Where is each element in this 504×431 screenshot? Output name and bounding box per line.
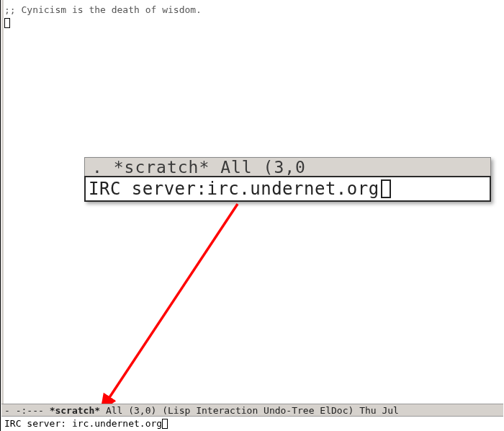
- modeline-flags: - -:---: [4, 405, 50, 416]
- modeline-spacer: [100, 405, 106, 416]
- scratch-comment-line: ;; Cynicism is the death of wisdom.: [4, 4, 202, 15]
- cursor-icon: [162, 419, 168, 429]
- svg-line-0: [102, 204, 238, 409]
- minibuffer-input-value[interactable]: irc.undernet.org: [72, 418, 162, 429]
- scratch-buffer[interactable]: ;; Cynicism is the death of wisdom.: [4, 4, 503, 28]
- zoom-value: irc.undernet.org: [207, 177, 379, 200]
- zoom-minibuffer: IRC server: irc.undernet.org: [84, 176, 491, 202]
- minibuffer-prompt: IRC server:: [4, 418, 72, 429]
- zoom-callout: . *scratch* All (3,0 IRC server: irc.und…: [84, 157, 491, 202]
- zoom-prompt: IRC server:: [89, 177, 207, 200]
- cursor-icon: [4, 18, 10, 28]
- mode-line[interactable]: - -:--- *scratch* All (3,0) (Lisp Intera…: [1, 404, 503, 417]
- modeline-buffer-name: *scratch*: [50, 405, 100, 416]
- arrow-icon: [1, 0, 504, 431]
- minibuffer[interactable]: IRC server: irc.undernet.org: [4, 417, 503, 430]
- modeline-time: Thu Jul: [359, 405, 399, 416]
- cursor-icon: [381, 179, 391, 198]
- zoom-modeline-fragment: . *scratch* All (3,0: [84, 157, 491, 176]
- modeline-position: All (3,0): [106, 405, 156, 416]
- fringe: [1, 0, 4, 404]
- modeline-modes: (Lisp Interaction Undo-Tree ElDoc): [162, 405, 354, 416]
